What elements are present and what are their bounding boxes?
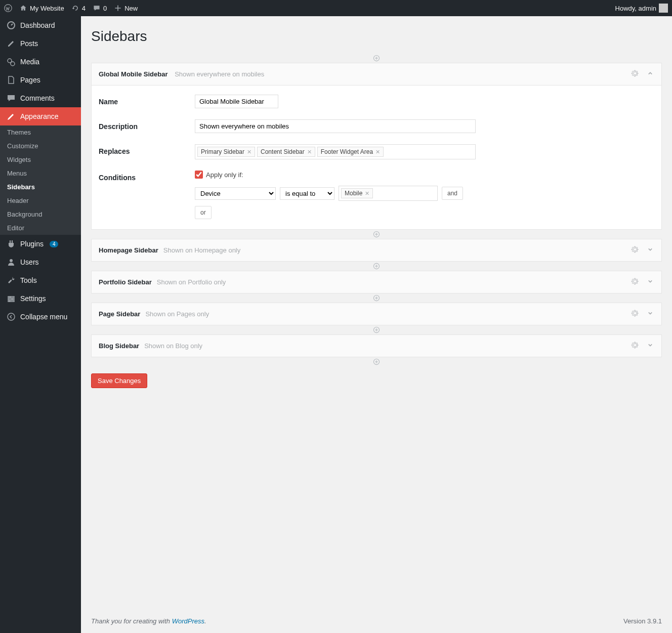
svg-point-4 xyxy=(12,299,13,300)
condition-value-tag: Mobile✕ xyxy=(341,188,373,198)
label-name: Name xyxy=(99,95,195,108)
save-button[interactable]: Save Changes xyxy=(91,373,147,388)
footer-text: Thank you for creating with xyxy=(91,617,172,625)
submenu-themes[interactable]: Themes xyxy=(0,125,81,139)
sidebars-list: Global Mobile Sidebar Shown everywhere o… xyxy=(91,63,662,366)
svg-point-6 xyxy=(8,313,15,320)
add-sidebar-between[interactable] xyxy=(91,325,662,334)
svg-point-3 xyxy=(10,297,11,298)
card-title: Global Mobile Sidebar xyxy=(99,70,168,78)
replaces-tag: Primary Sidebar✕ xyxy=(197,147,255,157)
submenu-sidebars[interactable]: Sidebars xyxy=(0,180,81,194)
gear-icon[interactable] xyxy=(631,277,639,287)
card-desc: Shown everywhere on mobiles xyxy=(175,70,264,78)
sidebar-card-collapsed: Portfolio SidebarShown on Portfolio only xyxy=(91,271,662,293)
submenu-editor[interactable]: Editor xyxy=(0,221,81,235)
card-header[interactable]: Global Mobile Sidebar Shown everywhere o… xyxy=(92,63,661,86)
gear-icon[interactable] xyxy=(631,309,639,319)
add-sidebar-between[interactable] xyxy=(91,262,662,271)
new-link[interactable]: New xyxy=(114,4,138,12)
gear-icon[interactable] xyxy=(631,245,639,255)
chevron-down-icon[interactable] xyxy=(646,341,654,351)
admin-bar: My Website 4 0 New Howdy, admin xyxy=(0,0,672,16)
menu-dashboard[interactable]: Dashboard xyxy=(0,16,81,34)
svg-point-2 xyxy=(10,259,13,262)
menu-posts[interactable]: Posts xyxy=(0,34,81,53)
comments-count: 0 xyxy=(103,5,107,12)
page-title: Sidebars xyxy=(91,28,662,45)
apply-only-if-checkbox[interactable] xyxy=(195,171,203,179)
svg-point-5 xyxy=(9,301,11,302)
apply-only-if-label: Apply only if: xyxy=(206,171,243,179)
replaces-tag: Footer Widget Area✕ xyxy=(317,147,384,157)
sidebar-card-expanded: Global Mobile Sidebar Shown everywhere o… xyxy=(91,63,662,230)
description-input[interactable] xyxy=(195,119,476,133)
menu-tools[interactable]: Tools xyxy=(0,271,81,289)
menu-pages[interactable]: Pages xyxy=(0,71,81,89)
add-sidebar-bottom[interactable] xyxy=(91,357,662,366)
card-header[interactable]: Portfolio SidebarShown on Portfolio only xyxy=(92,271,661,293)
remove-tag-icon[interactable]: ✕ xyxy=(247,149,251,155)
updates-count: 4 xyxy=(82,5,86,12)
gear-icon[interactable] xyxy=(631,69,639,79)
admin-footer: Thank you for creating with WordPress. V… xyxy=(91,607,662,633)
add-sidebar-top[interactable] xyxy=(91,54,662,63)
menu-appearance[interactable]: Appearance xyxy=(0,107,81,125)
updates-link[interactable]: 4 xyxy=(71,4,86,12)
card-header[interactable]: Homepage SidebarShown on Homepage only xyxy=(92,239,661,261)
label-replaces: Replaces xyxy=(99,144,195,159)
site-name-label: My Website xyxy=(30,5,64,12)
submenu-widgets[interactable]: Widgets xyxy=(0,153,81,166)
menu-settings[interactable]: Settings xyxy=(0,289,81,308)
sidebar-card-collapsed: Blog SidebarShown on Blog only xyxy=(91,334,662,357)
howdy-link[interactable]: Howdy, admin xyxy=(615,4,668,13)
replaces-tag: Content Sidebar✕ xyxy=(257,147,315,157)
card-body: Name Description Replaces Primary Sideba… xyxy=(92,86,661,229)
sidebar-card-collapsed: Homepage SidebarShown on Homepage only xyxy=(91,239,662,262)
card-header[interactable]: Page SidebarShown on Pages only xyxy=(92,303,661,325)
condition-operator-select[interactable]: is equal to xyxy=(280,187,334,200)
avatar xyxy=(659,4,668,13)
replaces-field[interactable]: Primary Sidebar✕ Content Sidebar✕ Footer… xyxy=(195,144,476,159)
submenu-menus[interactable]: Menus xyxy=(0,166,81,180)
menu-plugins[interactable]: Plugins4 xyxy=(0,235,81,253)
comments-link[interactable]: 0 xyxy=(93,4,107,12)
or-button[interactable]: or xyxy=(195,206,212,219)
gear-icon[interactable] xyxy=(631,341,639,351)
admin-sidebar: Dashboard Posts Media Pages Comments App… xyxy=(0,16,81,633)
remove-tag-icon[interactable]: ✕ xyxy=(307,149,312,155)
submenu-background[interactable]: Background xyxy=(0,207,81,221)
remove-tag-icon[interactable]: ✕ xyxy=(375,149,380,155)
chevron-down-icon[interactable] xyxy=(646,277,654,287)
label-description: Description xyxy=(99,119,195,133)
label-conditions: Conditions xyxy=(99,171,195,219)
new-label: New xyxy=(124,5,138,12)
and-button[interactable]: and xyxy=(442,187,463,200)
menu-users[interactable]: Users xyxy=(0,253,81,271)
condition-attribute-select[interactable]: Device xyxy=(195,187,276,200)
submenu-appearance: Themes Customize Widgets Menus Sidebars … xyxy=(0,125,81,235)
chevron-down-icon[interactable] xyxy=(646,245,654,255)
add-sidebar-between[interactable] xyxy=(91,230,662,239)
chevron-down-icon[interactable] xyxy=(646,309,654,319)
remove-tag-icon[interactable]: ✕ xyxy=(365,190,369,197)
chevron-up-icon[interactable] xyxy=(646,69,654,79)
site-link[interactable]: My Website xyxy=(19,4,64,12)
submenu-customize[interactable]: Customize xyxy=(0,139,81,153)
card-header[interactable]: Blog SidebarShown on Blog only xyxy=(92,335,661,357)
main-content: Sidebars Global Mobile Sidebar Shown eve… xyxy=(81,16,672,633)
version-label: Version 3.9.1 xyxy=(623,617,662,625)
submenu-header[interactable]: Header xyxy=(0,194,81,207)
wordpress-link[interactable]: WordPress xyxy=(172,617,204,625)
collapse-menu[interactable]: Collapse menu xyxy=(0,308,81,326)
wp-logo[interactable] xyxy=(4,4,12,12)
sidebar-card-collapsed: Page SidebarShown on Pages only xyxy=(91,303,662,325)
menu-media[interactable]: Media xyxy=(0,53,81,71)
name-input[interactable] xyxy=(195,95,278,108)
howdy-label: Howdy, admin xyxy=(615,5,656,12)
condition-value-field[interactable]: Mobile✕ xyxy=(339,186,438,201)
add-sidebar-between[interactable] xyxy=(91,293,662,303)
plugins-badge: 4 xyxy=(50,241,59,247)
menu-comments[interactable]: Comments xyxy=(0,89,81,107)
